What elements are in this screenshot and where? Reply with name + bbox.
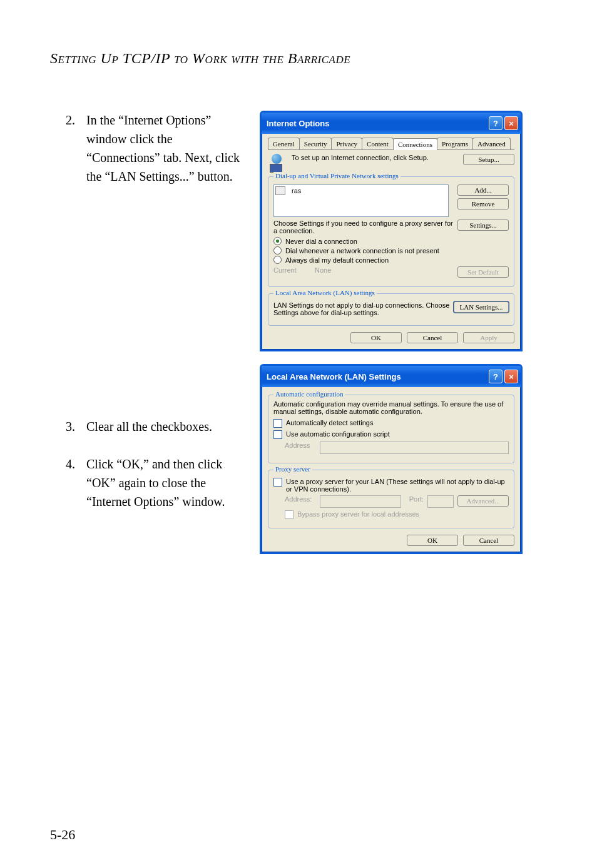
ok-button[interactable]: OK	[350, 332, 402, 343]
page-number: 5-26	[50, 827, 75, 843]
group-title: Dial-up and Virtual Private Network sett…	[273, 172, 401, 179]
checkbox-icon	[285, 510, 293, 519]
step-4: 4. Click “OK,” and then click “OK” again…	[50, 455, 241, 511]
help-button[interactable]: ?	[489, 370, 503, 383]
group-title: Proxy server	[273, 465, 312, 473]
radio-always-dial[interactable]: Always dial my default connection	[273, 256, 509, 264]
checkbox-icon	[273, 430, 282, 439]
tab-connections[interactable]: Connections	[393, 138, 437, 150]
setup-row: To set up an Internet connection, click …	[268, 154, 514, 173]
checkbox-bypass-local: Bypass proxy server for local addresses	[285, 510, 509, 519]
proxy-address-label: Address:	[285, 495, 316, 503]
proxy-group: Proxy server Use a proxy server for your…	[268, 470, 514, 528]
tab-strip: General Security Privacy Content Connect…	[268, 138, 514, 150]
proxy-port-label: Port:	[405, 495, 424, 503]
tab-security[interactable]: Security	[299, 138, 332, 149]
window-content: General Security Privacy Content Connect…	[262, 134, 521, 350]
add-button[interactable]: Add...	[457, 184, 509, 196]
content-columns: 2. In the “Internet Options” window clic…	[50, 111, 547, 567]
settings-hint: Choose Settings if you need to configure…	[273, 220, 454, 235]
address-label: Address	[285, 442, 316, 449]
step-number: 3.	[50, 417, 86, 436]
settings-button[interactable]: Settings...	[457, 220, 509, 231]
lan-settings-window: Local Area Network (LAN) Settings ? × Au…	[260, 364, 523, 554]
internet-options-window: Internet Options ? × General Security Pr…	[260, 111, 523, 351]
close-button[interactable]: ×	[504, 370, 518, 383]
titlebar: Local Area Network (LAN) Settings ? ×	[262, 366, 521, 387]
ok-button[interactable]: OK	[407, 535, 458, 546]
window-title: Local Area Network (LAN) Settings	[267, 372, 487, 381]
auto-config-text: Automatic configuration may override man…	[273, 400, 509, 415]
instructions-column: 2. In the “Internet Options” window clic…	[50, 111, 241, 567]
ras-icon	[275, 186, 285, 195]
titlebar: Internet Options ? ×	[262, 113, 521, 134]
help-button[interactable]: ?	[489, 116, 503, 130]
current-value: None	[315, 266, 454, 274]
step-number: 4.	[50, 455, 86, 511]
tab-advanced[interactable]: Advanced	[472, 138, 511, 149]
step-text: In the “Internet Options” window click t…	[86, 111, 241, 186]
setup-text: To set up an Internet connection, click …	[292, 154, 459, 161]
tab-programs[interactable]: Programs	[437, 138, 473, 149]
step-2: 2. In the “Internet Options” window clic…	[50, 111, 241, 186]
window-content: Automatic configuration Automatic config…	[262, 387, 521, 552]
group-title: Local Area Network (LAN) settings	[273, 289, 377, 296]
checkbox-use-script[interactable]: Use automatic configuration script	[273, 430, 509, 439]
step-text: Clear all the checkboxes.	[86, 417, 241, 436]
radio-never-dial[interactable]: Never dial a connection	[273, 237, 509, 245]
radio-dial-whenever[interactable]: Dial whenever a network connection is no…	[273, 246, 509, 255]
checkbox-auto-detect[interactable]: Automatically detect settings	[273, 419, 509, 428]
tab-content[interactable]: Content	[362, 138, 394, 149]
window-title: Internet Options	[267, 119, 487, 128]
step-text: Click “OK,” and then click “OK” again to…	[86, 455, 241, 511]
lan-text: LAN Settings do not apply to dial-up con…	[273, 301, 450, 316]
tab-general[interactable]: General	[268, 138, 300, 149]
list-item-ras[interactable]: ras	[292, 187, 301, 194]
page-heading: Setting Up TCP/IP to Work with the Barri…	[50, 50, 547, 67]
current-label: Current	[273, 266, 311, 274]
group-title: Automatic configuration	[273, 390, 345, 398]
connections-list[interactable]: ras	[273, 184, 449, 217]
document-page: Setting Up TCP/IP to Work with the Barri…	[0, 0, 597, 868]
cancel-button[interactable]: Cancel	[407, 332, 458, 343]
lan-settings-button[interactable]: LAN Settings...	[454, 301, 509, 313]
setup-button[interactable]: Setup...	[463, 154, 514, 165]
remove-button[interactable]: Remove	[457, 198, 509, 209]
step-3: 3. Clear all the checkboxes.	[50, 417, 241, 436]
auto-config-group: Automatic configuration Automatic config…	[268, 395, 514, 463]
dialog-footer: OK Cancel Apply	[268, 332, 514, 343]
cancel-button[interactable]: Cancel	[463, 535, 514, 546]
connection-icon	[268, 154, 288, 173]
lan-group: Local Area Network (LAN) settings LAN Se…	[268, 293, 514, 326]
checkbox-icon	[273, 478, 282, 487]
proxy-port-input	[427, 495, 454, 508]
set-default-button: Set Default	[457, 266, 509, 278]
apply-button: Apply	[463, 332, 514, 343]
script-address-input	[320, 442, 509, 454]
dialog-footer: OK Cancel	[268, 535, 514, 546]
checkbox-icon	[273, 419, 282, 428]
dialup-group: Dial-up and Virtual Private Network sett…	[268, 176, 514, 287]
tab-privacy[interactable]: Privacy	[331, 138, 362, 149]
close-button[interactable]: ×	[504, 116, 518, 130]
proxy-address-input	[320, 495, 401, 508]
screenshots-column: Internet Options ? × General Security Pr…	[260, 111, 523, 567]
advanced-button: Advanced...	[457, 495, 509, 507]
step-number: 2.	[50, 111, 86, 186]
checkbox-use-proxy[interactable]: Use a proxy server for your LAN (These s…	[273, 478, 509, 493]
